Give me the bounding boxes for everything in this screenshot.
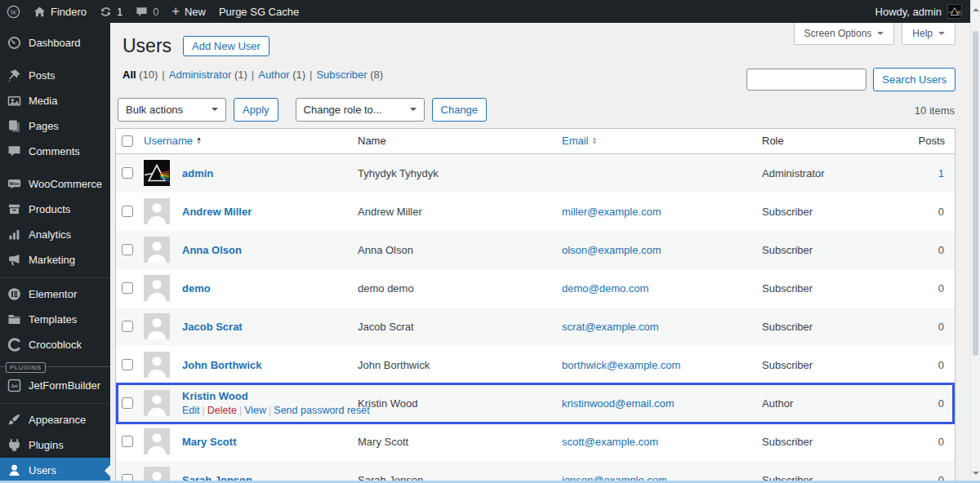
row-checkbox[interactable] <box>122 244 133 255</box>
sidebar-item-posts[interactable]: Posts <box>0 63 110 88</box>
username-link[interactable]: Jacob Scrat <box>182 321 243 333</box>
sidebar-item-woocommerce[interactable]: WooWooCommerce <box>0 171 110 197</box>
sidebar-item-analytics[interactable]: Analytics <box>0 222 110 247</box>
site-name-menu[interactable]: Findero <box>27 0 93 23</box>
plugins-section-divider: PLUGINS <box>0 360 110 372</box>
screen-options-button[interactable]: Screen Options <box>794 23 895 45</box>
column-header-email[interactable]: Email ▲▼ <box>555 135 755 147</box>
user-email-link[interactable]: miller@example.com <box>562 206 662 218</box>
column-header-username[interactable]: Username ▲▼ <box>137 135 351 147</box>
user-row: admin Tyhydyk Tyhydyk Administrator 1 <box>116 154 955 193</box>
search-users-button[interactable]: Search Users <box>873 68 956 91</box>
screen-options-label: Screen Options <box>804 28 872 39</box>
scrollbar[interactable] <box>970 0 980 483</box>
row-action-view[interactable]: View <box>244 405 266 416</box>
update-count: 1 <box>117 6 122 18</box>
sidebar-item-marketing[interactable]: Marketing <box>0 247 110 273</box>
comments-icon <box>7 144 21 158</box>
help-button[interactable]: Help <box>902 23 956 45</box>
row-checkbox[interactable] <box>122 436 133 447</box>
site-name: Findero <box>51 6 87 18</box>
svg-text:Woo: Woo <box>10 181 20 186</box>
wordpress-logo-menu[interactable]: W <box>0 0 27 23</box>
user-email-link[interactable]: scrat@example.com <box>562 321 659 333</box>
comments-menu[interactable]: 0 <box>129 0 165 23</box>
sidebar-item-products[interactable]: Products <box>0 197 110 222</box>
sidebar-item-label: Users <box>29 464 56 476</box>
user-email-link[interactable]: kristinwood@email.com <box>562 397 674 410</box>
search-users-input[interactable] <box>746 69 866 91</box>
sidebar-item-media[interactable]: Media <box>0 88 110 113</box>
user-posts-count: 0 <box>898 359 955 371</box>
templates-icon <box>7 312 21 326</box>
select-all-checkbox[interactable] <box>122 135 133 147</box>
filter-link-all[interactable]: All <box>122 69 136 81</box>
sidebar-item-dashboard[interactable]: Dashboard <box>0 30 110 55</box>
sidebar-item-pages[interactable]: Pages <box>0 113 110 139</box>
account-menu[interactable]: Howdy, admin <box>875 4 970 19</box>
filter-link-administrator[interactable]: Administrator <box>169 69 232 81</box>
user-email-link[interactable]: jonson@example.com <box>562 474 667 481</box>
user-email-link[interactable]: scott@example.com <box>562 436 658 448</box>
row-checkbox[interactable] <box>122 282 133 294</box>
row-checkbox[interactable] <box>122 321 133 332</box>
add-new-user-button[interactable]: Add New User <box>183 36 270 56</box>
sidebar-item-label: Comments <box>29 145 80 157</box>
user-row: Sarah Jonson Sarah Jonson jonson@example… <box>116 461 955 481</box>
sidebar-item-jetformbuilder[interactable]: JetJetFormBuilder <box>0 373 110 398</box>
filter-link-author[interactable]: Author <box>258 69 289 81</box>
username-link[interactable]: Kristin Wood <box>182 390 248 402</box>
sidebar-item-elementor[interactable]: Elementor <box>0 281 110 307</box>
user-email: scott@example.com <box>555 436 755 448</box>
scroll-down-arrow-icon[interactable] <box>973 472 979 478</box>
username-link[interactable]: Mary Scott <box>182 436 236 448</box>
sidebar-item-appearance[interactable]: Appearance <box>0 407 110 432</box>
row-checkbox[interactable] <box>122 474 133 481</box>
username-link[interactable]: Andrew Miller <box>182 206 252 218</box>
user-email: demo@demo.com <box>555 282 755 295</box>
updates-menu[interactable]: 1 <box>93 0 129 23</box>
user-role: Subscriber <box>755 436 898 448</box>
row-action-edit[interactable]: Edit <box>182 405 200 416</box>
user-email-link[interactable]: olson@example.com <box>562 244 662 256</box>
scroll-up-arrow-icon[interactable] <box>973 5 979 11</box>
username-link[interactable]: admin <box>182 167 213 179</box>
analytics-icon <box>7 228 21 242</box>
sidebar-item-comments[interactable]: Comments <box>0 139 110 164</box>
purge-sg-cache-menu[interactable]: Purge SG Cache <box>212 0 305 23</box>
sidebar-item-users[interactable]: Users <box>0 458 110 481</box>
change-button[interactable]: Change <box>432 98 488 122</box>
row-checkbox[interactable] <box>122 206 133 217</box>
user-posts-count: 0 <box>898 206 955 218</box>
user-avatar <box>144 160 170 186</box>
username-link[interactable]: Sarah Jonson <box>182 474 252 481</box>
new-menu[interactable]: + New <box>166 0 212 23</box>
sidebar-item-plugins[interactable]: Plugins <box>0 432 110 458</box>
change-role-select[interactable]: Change role to... <box>296 98 425 122</box>
username-link[interactable]: Anna Olson <box>182 244 242 256</box>
sidebar-item-templates[interactable]: Templates <box>0 307 110 332</box>
posts-count-link[interactable]: 1 <box>938 167 944 179</box>
elementor-icon <box>7 287 21 301</box>
user-display-name: Tyhydyk Tyhydyk <box>351 167 555 179</box>
sidebar-item-label: Analytics <box>29 228 71 241</box>
user-display-name: John Borthwick <box>351 359 555 371</box>
row-checkbox[interactable] <box>122 397 133 409</box>
scrollbar-thumb[interactable] <box>973 31 978 356</box>
user-email-link[interactable]: borthwick@example.com <box>562 359 680 371</box>
sidebar-item-label: Elementor <box>29 288 77 300</box>
sidebar-item-crocoblock[interactable]: Crocoblock <box>0 332 110 357</box>
row-action-delete[interactable]: Delete <box>207 405 237 416</box>
filter-link-subscriber[interactable]: Subscriber <box>316 69 367 81</box>
row-checkbox[interactable] <box>122 167 133 179</box>
user-email-link[interactable]: demo@demo.com <box>562 282 648 295</box>
filter-count: (1) <box>231 69 247 81</box>
row-checkbox[interactable] <box>122 359 133 370</box>
user-avatar <box>144 198 170 224</box>
apply-button[interactable]: Apply <box>234 98 278 122</box>
users-table: Username ▲▼ Name Email ▲▼ Role Posts adm… <box>115 128 956 481</box>
column-header-posts: Posts <box>898 135 955 147</box>
username-link[interactable]: John Borthwick <box>182 359 262 371</box>
username-link[interactable]: demo <box>182 282 211 295</box>
bulk-actions-select[interactable]: Bulk actions <box>118 98 226 122</box>
